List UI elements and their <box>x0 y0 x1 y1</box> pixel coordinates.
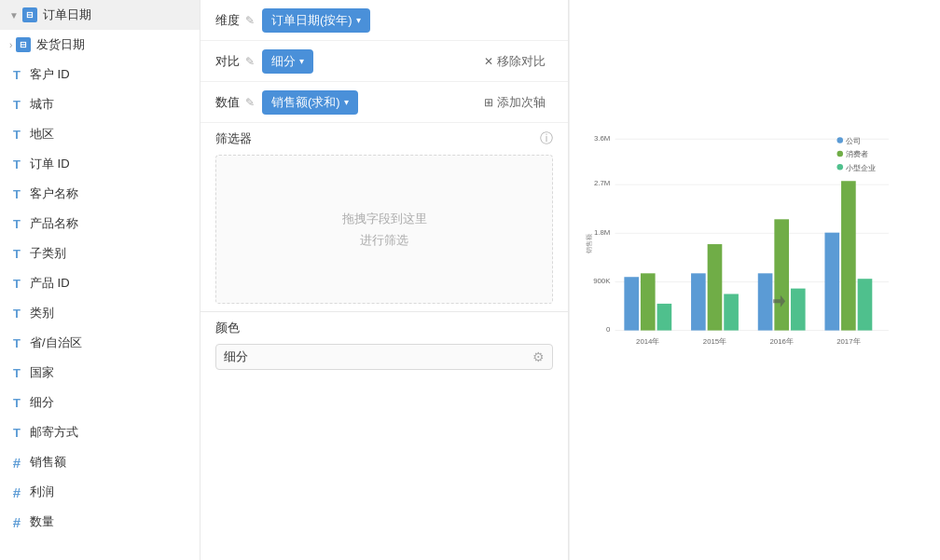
contrast-content: 细分 ▾ <box>262 49 477 74</box>
chart-panel: 3.6M 2.7M 1.8M 900K 0 销售额 <box>570 0 940 560</box>
add-axis-button[interactable]: ⊞ 添加次轴 <box>477 90 553 115</box>
add-axis-label: 添加次轴 <box>497 94 546 111</box>
t-icon-product-id: T <box>9 276 24 291</box>
sidebar-item-ship-mode[interactable]: T 邮寄方式 <box>0 417 200 447</box>
filter-info-icon[interactable]: ⓘ <box>540 130 553 147</box>
value-actions: ⊞ 添加次轴 <box>477 90 553 115</box>
sidebar-item-order-date[interactable]: ▼ ⊟ 订单日期 <box>0 0 200 30</box>
remove-contrast-button[interactable]: ✕ 移除对比 <box>477 49 553 74</box>
legend-dot-consumer <box>836 151 843 157</box>
sidebar-item-country[interactable]: T 国家 <box>0 358 200 388</box>
t-icon-city: T <box>9 97 24 112</box>
value-content: 销售额(求和) ▾ <box>262 90 477 115</box>
contrast-chevron-icon: ▾ <box>299 56 304 66</box>
bar-2015-small-biz <box>724 294 739 330</box>
filter-placeholder-line2: 进行筛选 <box>360 233 408 247</box>
legend-label-company: 公司 <box>846 137 861 145</box>
sidebar-label-category: 类别 <box>30 305 190 321</box>
contrast-button[interactable]: 细分 ▾ <box>262 49 313 74</box>
t-icon-country: T <box>9 365 24 380</box>
bar-2017-company <box>824 233 839 331</box>
sidebar-item-product-id[interactable]: T 产品 ID <box>0 268 200 298</box>
sidebar-item-profit[interactable]: # 利润 <box>0 477 200 507</box>
y-label-900k: 900K <box>593 277 611 285</box>
sidebar-label-product-id: 产品 ID <box>30 275 190 292</box>
sidebar-label-quantity: 数量 <box>30 513 190 530</box>
contrast-edit-icon[interactable]: ✎ <box>245 55 255 68</box>
y-label-3.6m: 3.6M <box>594 134 610 143</box>
sidebar: ▼ ⊟ 订单日期 › ⊟ 发货日期 T 客户 ID T 城市 T 地区 T 订单… <box>0 0 200 560</box>
sidebar-item-ship-date[interactable]: › ⊟ 发货日期 <box>0 30 200 60</box>
sidebar-item-quantity[interactable]: # 数量 <box>0 507 200 537</box>
t-icon-customer-id: T <box>9 67 24 82</box>
color-settings-icon[interactable]: ⚙ <box>532 349 545 364</box>
color-control[interactable]: 细分 ⚙ <box>215 344 553 370</box>
sidebar-item-order-id[interactable]: T 订单 ID <box>0 149 200 179</box>
y-label-2.7m: 2.7M <box>594 179 610 187</box>
x-label-2016: 2016年 <box>769 337 793 346</box>
dimension-content: 订单日期(按年) ▾ <box>262 8 553 33</box>
sidebar-item-segment[interactable]: T 细分 <box>0 388 200 417</box>
hash-icon-sales: # <box>9 455 24 470</box>
color-title: 颜色 <box>215 320 553 336</box>
sidebar-item-customer-id[interactable]: T 客户 ID <box>0 60 200 89</box>
value-label: 数值 ✎ <box>215 94 262 111</box>
value-edit-icon[interactable]: ✎ <box>245 96 255 109</box>
sidebar-item-city[interactable]: T 城市 <box>0 89 200 119</box>
hash-icon-quantity: # <box>9 514 24 529</box>
contrast-value: 细分 <box>271 53 296 70</box>
dimension-label-text: 维度 <box>215 12 240 29</box>
filter-placeholder-line1: 拖拽字段到这里 <box>342 212 427 225</box>
t-icon-category: T <box>9 306 24 321</box>
sidebar-label-subcategory: 子类别 <box>30 245 190 262</box>
sidebar-item-sales[interactable]: # 销售额 <box>0 447 200 477</box>
sidebar-label-product-name: 产品名称 <box>30 215 190 232</box>
color-section: 颜色 细分 ⚙ <box>200 312 568 377</box>
legend-label-small-biz: 小型企业 <box>846 164 876 172</box>
sidebar-item-product-name[interactable]: T 产品名称 <box>0 209 200 239</box>
sidebar-label-customer-name: 客户名称 <box>30 185 190 202</box>
controls-panel: 维度 ✎ 订单日期(按年) ▾ 对比 ✎ 细分 ▾ <box>200 0 569 560</box>
bar-2017-consumer <box>841 181 856 330</box>
filter-drop-area[interactable]: 拖拽字段到这里 进行筛选 <box>215 155 553 304</box>
bar-2014-small-biz <box>657 304 672 331</box>
bar-2016-company <box>758 273 773 330</box>
dimension-edit-icon[interactable]: ✎ <box>245 14 255 27</box>
legend-dot-small-biz <box>836 164 843 171</box>
sidebar-label-ship-mode: 邮寄方式 <box>30 424 190 441</box>
dimension-button[interactable]: 订单日期(按年) ▾ <box>262 8 370 33</box>
sidebar-label-order-date: 订单日期 <box>43 7 190 23</box>
legend-label-consumer: 消费者 <box>846 150 868 158</box>
sidebar-item-region[interactable]: T 地区 <box>0 119 200 149</box>
value-button[interactable]: 销售额(求和) ▾ <box>262 90 358 115</box>
sidebar-label-segment: 细分 <box>30 394 190 411</box>
filter-title-text: 筛选器 <box>215 130 252 147</box>
sidebar-item-subcategory[interactable]: T 子类别 <box>0 239 200 268</box>
dimension-row: 维度 ✎ 订单日期(按年) ▾ <box>200 0 568 41</box>
sidebar-label-customer-id: 客户 ID <box>30 66 190 83</box>
value-label-text: 数值 <box>215 94 240 111</box>
sidebar-label-region: 地区 <box>30 126 190 143</box>
expand-arrow-order-date: ▼ <box>9 10 19 20</box>
sidebar-item-province[interactable]: T 省/自治区 <box>0 328 200 358</box>
sidebar-label-province: 省/自治区 <box>30 335 190 351</box>
remove-contrast-label: 移除对比 <box>497 53 546 70</box>
add-icon: ⊞ <box>484 96 493 109</box>
filter-section: 筛选器 ⓘ 拖拽字段到这里 进行筛选 <box>200 123 568 312</box>
x-label-2015: 2015年 <box>703 337 726 346</box>
sidebar-label-country: 国家 <box>30 364 190 381</box>
t-icon-ship-mode: T <box>9 425 24 440</box>
x-label-2017: 2017年 <box>836 337 860 346</box>
value-row: 数值 ✎ 销售额(求和) ▾ ⊞ 添加次轴 <box>200 82 568 123</box>
t-icon-province: T <box>9 335 24 350</box>
calendar-icon-ship-date: ⊟ <box>16 37 31 52</box>
dimension-value: 订单日期(按年) <box>271 12 352 29</box>
bar-2016-small-biz <box>791 289 806 331</box>
sidebar-item-customer-name[interactable]: T 客户名称 <box>0 179 200 209</box>
remove-icon: ✕ <box>484 55 493 68</box>
sidebar-label-ship-date: 发货日期 <box>36 36 190 53</box>
sidebar-item-category[interactable]: T 类别 <box>0 298 200 328</box>
bar-2015-consumer <box>708 244 723 331</box>
dimension-chevron-icon: ▾ <box>356 15 361 25</box>
t-icon-order-id: T <box>9 157 24 171</box>
